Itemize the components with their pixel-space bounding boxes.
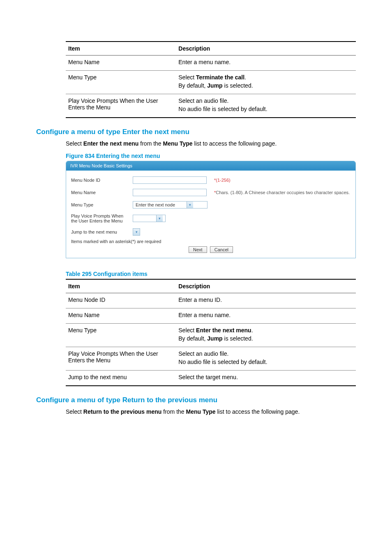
cell-desc: Enter a menu name. bbox=[176, 56, 356, 71]
table-b-caption: Table 295 Configuration items bbox=[66, 271, 356, 277]
hint-name: **Chars. (1-80). A Chinese character occ… bbox=[214, 190, 350, 195]
select-menu-type[interactable]: Enter the next node ▾ bbox=[133, 201, 208, 209]
section1-text: Select Enter the next menu from the Menu… bbox=[66, 140, 356, 147]
select-jump-next[interactable]: ▾ bbox=[133, 228, 140, 236]
section2-text: Select Return to the previous menu from … bbox=[66, 408, 356, 415]
cancel-button[interactable]: Cancel bbox=[210, 246, 233, 253]
table-row: Menu NameEnter a menu name. bbox=[66, 308, 356, 324]
table-row: Play Voice Prompts When the User Enters … bbox=[66, 94, 356, 118]
figure-caption: Figure 834 Entering the next menu bbox=[66, 153, 356, 159]
table-row: Play Voice Prompts When the User Enters … bbox=[66, 347, 356, 371]
table-row: Menu TypeSelect Terminate the call.By de… bbox=[66, 71, 356, 94]
select-voice-prompt[interactable]: ▾ bbox=[133, 215, 166, 222]
table-a-body: Menu NameEnter a menu name.Menu TypeSele… bbox=[66, 56, 356, 118]
cell-item: Menu Type bbox=[66, 71, 176, 94]
table-row: Menu NameEnter a menu name. bbox=[66, 56, 356, 71]
label-voice-prompt: Play Voice Prompts When the User Enters … bbox=[71, 213, 133, 223]
input-menu-name[interactable] bbox=[133, 189, 207, 196]
label-menu-name: Menu Name bbox=[71, 190, 133, 195]
ivr-settings-panel: IVR Menu Node Basic Settings Menu Node I… bbox=[66, 161, 356, 258]
section-heading-enter-next: Configure a menu of type Enter the next … bbox=[36, 128, 356, 136]
cell-desc: Enter a menu ID. bbox=[176, 293, 356, 308]
hint-id: *(1-256) bbox=[214, 178, 231, 183]
cell-desc: Select Terminate the call.By default, Ju… bbox=[176, 71, 356, 94]
table-row: Menu TypeSelect Enter the next menu.By d… bbox=[66, 324, 356, 347]
required-note: Items marked with an asterisk(*) are req… bbox=[66, 238, 355, 244]
input-menu-node-id[interactable] bbox=[133, 176, 207, 184]
cell-item: Menu Type bbox=[66, 324, 176, 347]
table-row: Jump to the next menuSelect the target m… bbox=[66, 371, 356, 386]
cell-desc: Select the target menu. bbox=[176, 371, 356, 386]
label-menu-type: Menu Type bbox=[71, 202, 133, 207]
cell-item: Play Voice Prompts When the User Enters … bbox=[66, 94, 176, 118]
chevron-down-icon: ▾ bbox=[133, 229, 140, 235]
chevron-down-icon: ▾ bbox=[187, 202, 193, 208]
next-button[interactable]: Next bbox=[189, 246, 207, 253]
cell-desc: Select Enter the next menu.By default, J… bbox=[176, 324, 356, 347]
cell-item: Jump to the next menu bbox=[66, 371, 176, 386]
cell-desc: Select an audio file.No audio file is se… bbox=[176, 347, 356, 371]
th-item: Item bbox=[66, 42, 176, 56]
cell-item: Menu Name bbox=[66, 308, 176, 324]
section-heading-return-prev: Configure a menu of type Return to the p… bbox=[36, 396, 356, 404]
cell-desc: Select an audio file.No audio file is se… bbox=[176, 94, 356, 118]
cell-item: Menu Name bbox=[66, 56, 176, 71]
table-row: Menu Node IDEnter a menu ID. bbox=[66, 293, 356, 308]
label-menu-node-id: Menu Node ID bbox=[71, 178, 133, 183]
table-b-body: Menu Node IDEnter a menu ID.Menu NameEnt… bbox=[66, 293, 356, 386]
th-item: Item bbox=[66, 279, 176, 293]
th-desc: Description bbox=[176, 42, 356, 56]
cell-desc: Enter a menu name. bbox=[176, 308, 356, 324]
panel-header: IVR Menu Node Basic Settings bbox=[66, 161, 355, 171]
config-table-terminate: Item Description Menu NameEnter a menu n… bbox=[66, 41, 356, 118]
cell-item: Menu Node ID bbox=[66, 293, 176, 308]
th-desc: Description bbox=[176, 279, 356, 293]
config-table-enter-next: Item Description Menu Node IDEnter a men… bbox=[66, 279, 356, 386]
label-jump-next: Jump to the next menu bbox=[71, 229, 133, 234]
cell-item: Play Voice Prompts When the User Enters … bbox=[66, 347, 176, 371]
chevron-down-icon: ▾ bbox=[156, 215, 163, 222]
